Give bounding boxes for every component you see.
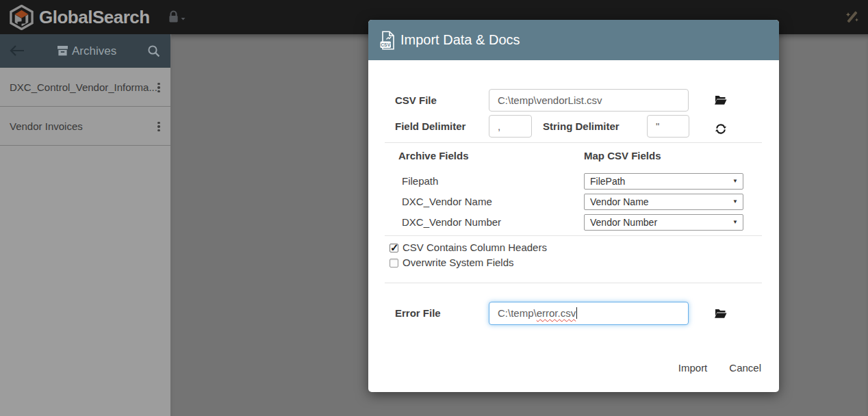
- svg-text:CSV: CSV: [381, 42, 390, 47]
- import-data-docs-dialog: CSV Import Data & Docs CSV File Field De…: [368, 20, 779, 392]
- csv-file-input[interactable]: [489, 89, 689, 112]
- dropdown-caret-icon: ▼: [732, 179, 738, 184]
- refresh-icon[interactable]: [715, 123, 726, 135]
- string-delimiter-input[interactable]: [647, 115, 689, 138]
- dialog-actions: Import Cancel: [678, 362, 761, 374]
- selected-option: Vendor Number: [590, 215, 657, 230]
- sidebar: Archives DXC_Control_Vendor_Informa... V…: [0, 34, 171, 416]
- overwrite-system-fields-label: Overwrite System Fields: [403, 257, 514, 268]
- csv-contains-headers-label: CSV Contains Column Headers: [403, 242, 547, 253]
- overwrite-system-fields-checkbox[interactable]: [390, 259, 398, 268]
- divider: [385, 142, 762, 143]
- kebab-menu-icon[interactable]: [154, 80, 164, 95]
- divider: [385, 235, 762, 236]
- map-field-select-vendor-number[interactable]: Vendor Number ▼: [584, 214, 743, 231]
- folder-open-icon[interactable]: [715, 95, 727, 105]
- magic-wand-button[interactable]: [844, 9, 860, 25]
- archive-box-icon: [58, 45, 68, 56]
- map-field-select-filepath[interactable]: FilePath ▼: [584, 173, 743, 190]
- archive-name: Vendor Invoices: [10, 107, 83, 146]
- archive-field-name: Filepath: [402, 173, 438, 190]
- dialog-title: Import Data & Docs: [400, 20, 520, 60]
- error-file-path-prefix: C:\temp\: [498, 307, 537, 319]
- csv-file-icon: CSV: [380, 31, 396, 50]
- brand-title: GlobalSearch: [39, 0, 150, 34]
- dialog-header: CSV Import Data & Docs: [368, 20, 779, 60]
- folder-open-icon[interactable]: [715, 309, 727, 319]
- lock-icon: [167, 10, 186, 25]
- map-field-select-vendor-name[interactable]: Vendor Name ▼: [584, 194, 743, 210]
- text-cursor: [576, 307, 577, 319]
- lock-menu[interactable]: [167, 10, 186, 25]
- error-file-label: Error File: [395, 302, 441, 325]
- back-arrow-icon[interactable]: [9, 44, 25, 57]
- caret-down-icon: [181, 18, 186, 21]
- archive-field-name: DXC_Vendor Number: [402, 214, 501, 231]
- import-button[interactable]: Import: [678, 362, 708, 374]
- field-delimiter-label: Field Delimiter: [395, 115, 465, 138]
- cancel-button[interactable]: Cancel: [729, 362, 761, 374]
- string-delimiter-label: String Delimiter: [543, 115, 620, 138]
- sidebar-header: Archives: [0, 34, 170, 68]
- archive-name: DXC_Control_Vendor_Informa...: [10, 68, 157, 107]
- selected-option: FilePath: [590, 174, 625, 189]
- archives-title: Archives: [72, 34, 116, 68]
- error-file-path-misspelled: error.csv: [537, 307, 576, 319]
- sidebar-item-archive-2[interactable]: Vendor Invoices: [0, 107, 170, 146]
- search-icon[interactable]: [147, 44, 160, 57]
- map-csv-fields-header: Map CSV Fields: [584, 148, 661, 164]
- kebab-menu-icon[interactable]: [154, 119, 164, 134]
- sidebar-item-archive-1[interactable]: DXC_Control_Vendor_Informa...: [0, 68, 170, 107]
- selected-option: Vendor Name: [590, 194, 649, 209]
- dropdown-caret-icon: ▼: [732, 220, 738, 225]
- magic-wand-icon: [844, 9, 860, 25]
- field-delimiter-input[interactable]: [489, 115, 532, 138]
- error-file-input[interactable]: C:\temp\error.csv: [489, 302, 689, 325]
- archive-fields-header: Archive Fields: [398, 148, 469, 164]
- dropdown-caret-icon: ▼: [732, 199, 738, 205]
- divider: [385, 283, 762, 283]
- csv-file-label: CSV File: [395, 89, 437, 112]
- csv-contains-headers-checkbox[interactable]: [390, 244, 398, 252]
- globalsearch-logo-icon: [9, 5, 34, 30]
- archive-field-name: DXC_Vendor Name: [402, 194, 492, 210]
